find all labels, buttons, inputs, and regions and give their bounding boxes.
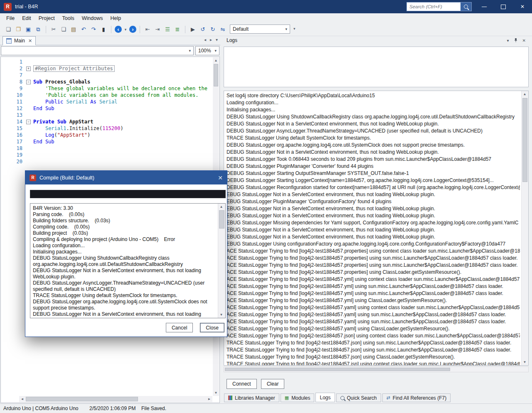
code-line[interactable]: 16 Log("AppStart") <box>1 132 213 138</box>
editor-vscroll-thumb[interactable] <box>214 64 218 86</box>
fold-toggle-icon[interactable]: − <box>22 118 33 125</box>
close-button[interactable]: Close <box>200 323 224 332</box>
search-button[interactable] <box>461 2 471 11</box>
bottom-tab-logs[interactable]: Logs <box>315 393 335 402</box>
copy-icon[interactable]: ❏ <box>59 25 68 34</box>
log-vscrollbar[interactable]: ▲ ▼ <box>521 91 528 365</box>
scroll-right-icon[interactable]: ► <box>206 396 212 402</box>
bottom-tab-quick-search[interactable]: Quick Search <box>336 393 381 402</box>
code-line[interactable]: 8−Sub Process_Globals <box>1 79 213 85</box>
editor-hscroll-thumb[interactable] <box>26 397 138 401</box>
scroll-tabs-right-icon[interactable]: ▸ <box>210 37 212 42</box>
cut-icon[interactable]: ✂ <box>49 25 58 34</box>
tab-close-icon[interactable]: ✕ <box>28 38 32 44</box>
tab-main[interactable]: Main ✕ <box>2 36 36 45</box>
code-line[interactable]: 14−Private Sub AppStart <box>1 118 213 125</box>
undo-icon[interactable]: ↶ <box>79 25 88 34</box>
bottom-tab-libraries-manager[interactable]: Libraries Manager <box>224 393 279 402</box>
close-button[interactable]: ✕ <box>513 0 532 13</box>
scroll-up-icon[interactable]: ▲ <box>213 57 219 64</box>
panel-close-icon[interactable]: ✕ <box>522 38 526 43</box>
navigate-back-icon[interactable]: ‹ <box>115 26 122 33</box>
code-line[interactable]: 17End Sub <box>1 138 213 145</box>
status-message: File Saved. <box>141 406 166 411</box>
scroll-down-icon[interactable]: ▼ <box>522 359 528 365</box>
logs-filter-area[interactable] <box>224 47 529 87</box>
bottom-tab-modules[interactable]: ▦Modules <box>281 393 315 402</box>
log-output[interactable]: Set log4j store directory C:\Users\Phili… <box>227 92 520 365</box>
step-into-icon[interactable]: ↺ <box>199 25 207 34</box>
log-vscroll-thumb[interactable] <box>522 98 527 182</box>
step-over-icon[interactable]: ↻ <box>209 25 217 34</box>
maximize-button[interactable] <box>494 0 513 13</box>
scroll-up-icon[interactable]: ▲ <box>218 204 224 210</box>
indent-icon[interactable]: ⇥ <box>153 25 162 34</box>
code-line[interactable]: 11 Public Serial1 As Serial <box>1 98 213 105</box>
code-line[interactable]: 20 <box>1 158 213 165</box>
code-line[interactable]: 18 <box>1 145 213 152</box>
search-input[interactable] <box>407 2 461 11</box>
menu-file[interactable]: File <box>2 14 18 22</box>
scroll-down-icon[interactable]: ▼ <box>218 312 224 318</box>
compile-dialog-titlebar[interactable]: R Compile (Build: Default) ✕ <box>25 171 227 184</box>
panel-menu-icon[interactable]: ▾ <box>507 38 509 43</box>
scroll-left-icon[interactable]: ◄ <box>19 396 25 402</box>
save-icon[interactable]: ▣ <box>24 25 32 34</box>
dialog-close-icon[interactable]: ✕ <box>218 175 223 181</box>
code-line[interactable]: 15 Serial1.Initialize(115200) <box>1 125 213 132</box>
search-box[interactable] <box>406 2 472 11</box>
build-configuration-select[interactable]: Default ▾ <box>230 25 290 34</box>
connect-button[interactable]: Connect <box>227 379 257 389</box>
code-line[interactable]: 9 'These global variables will be declar… <box>1 85 213 92</box>
collapsed-region[interactable]: #Region Project Attributes <box>33 65 115 72</box>
scroll-tabs-left-icon[interactable]: ◂ <box>204 37 206 42</box>
cancel-button[interactable]: Cancel <box>166 323 193 332</box>
member-selector[interactable]: ▾ <box>1 46 194 55</box>
code-line[interactable]: 2+#Region Project Attributes <box>1 65 213 72</box>
code-line[interactable]: 10 'Public variables can be accessed fro… <box>1 92 213 98</box>
pin-icon[interactable] <box>514 38 518 43</box>
fold-toggle-icon[interactable]: − <box>22 79 33 85</box>
menu-project[interactable]: Project <box>35 14 59 22</box>
code-line[interactable]: 19 <box>1 152 213 158</box>
new-file-icon[interactable]: ❏ <box>4 25 12 34</box>
log-view[interactable]: Set log4j store directory C:\Users\Phili… <box>224 91 529 366</box>
dialog-vscroll-thumb[interactable] <box>219 210 224 229</box>
line-number: 2 <box>1 65 22 72</box>
zoom-selector[interactable]: 100% ▾ <box>195 46 219 55</box>
code-line[interactable]: 13 <box>1 112 213 118</box>
redo-icon[interactable]: ↷ <box>89 25 98 34</box>
paste-icon[interactable]: ▤ <box>69 25 78 34</box>
save-all-icon[interactable]: ⧉ <box>34 25 42 34</box>
navigate-forward-icon[interactable]: › <box>129 26 136 33</box>
log-hscrollbar[interactable] <box>224 366 529 372</box>
editor-hscrollbar[interactable]: ◄ ► <box>19 396 212 402</box>
menu-edit[interactable]: Edit <box>18 14 35 22</box>
code-line[interactable]: 12End Sub <box>1 105 213 112</box>
minimize-button[interactable]: — <box>475 0 494 13</box>
dialog-vscrollbar[interactable]: ▲ ▼ <box>218 204 225 318</box>
tab-list-icon[interactable]: ▾ <box>216 37 218 42</box>
bottom-tab-find-all-references-f7[interactable]: ⇄Find All References (F7) <box>382 393 451 402</box>
outdent-icon[interactable]: ⇤ <box>143 25 152 34</box>
menu-tools[interactable]: Tools <box>59 14 78 22</box>
run-icon[interactable]: ▶ <box>189 25 197 34</box>
code-line[interactable]: 7 <box>1 72 213 79</box>
code-line[interactable]: 1 <box>1 59 213 65</box>
back-history-icon[interactable]: ▾ <box>123 25 128 34</box>
clear-button[interactable]: Clear <box>261 379 285 389</box>
open-file-icon[interactable]: ❐ <box>14 25 22 34</box>
menu-windows[interactable]: Windows <box>78 14 107 22</box>
scroll-down-icon[interactable]: ▼ <box>213 390 219 396</box>
comment-icon[interactable]: ☰ <box>163 25 172 34</box>
uncomment-icon[interactable]: ≣ <box>173 25 182 34</box>
menu-help[interactable]: Help <box>107 14 125 22</box>
log-hscroll-thumb[interactable] <box>225 368 450 371</box>
bookmark-icon[interactable]: ▮ <box>99 25 108 34</box>
step-out-icon[interactable]: ⇋ <box>219 25 227 34</box>
toolbar-options-icon[interactable]: ▾ <box>293 27 296 31</box>
scroll-up-icon[interactable]: ▲ <box>522 91 528 97</box>
fold-toggle-icon[interactable]: + <box>22 65 33 72</box>
compile-log-text[interactable]: B4R Version: 3.30 Parsing code. (0.00s) … <box>33 205 217 318</box>
compile-log-view[interactable]: B4R Version: 3.30 Parsing code. (0.00s) … <box>30 203 226 318</box>
